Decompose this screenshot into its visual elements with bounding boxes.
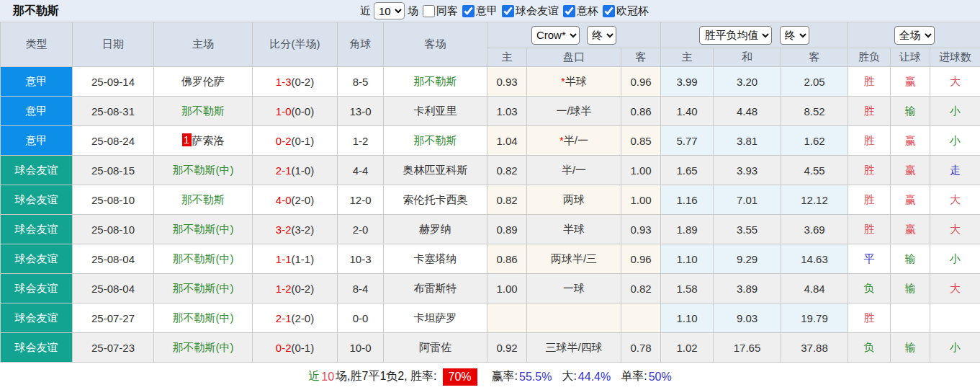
home-team-cell: 那不勒斯(中) (154, 274, 253, 303)
result-handicap-cell: 输 (891, 244, 930, 274)
near-count: 10 (321, 371, 334, 384)
same-venue-label: 同客 (436, 4, 458, 18)
home-team-name: 那不勒斯(中) (173, 341, 234, 353)
scope-select[interactable]: 全场 (894, 26, 935, 45)
result-goals-cell: 大 (930, 67, 980, 97)
checkbox-same-venue[interactable]: 同客 (423, 4, 458, 18)
away-team-name: 卡利亚里 (414, 105, 457, 117)
away-team-name: 赫罗纳 (419, 223, 451, 235)
handicap-home-odds: 0.92 (487, 333, 527, 363)
avg-lose-odds: 8.52 (781, 97, 848, 126)
big-rate-label: 大: (562, 369, 576, 384)
checkbox-champions-league[interactable]: 欧冠杯 (603, 4, 649, 18)
home-team-cell: 那不勒斯(中) (154, 333, 253, 363)
league-type-cell: 球会友谊 (1, 303, 73, 333)
recent-label: 近 (360, 4, 371, 18)
games-label: 场 (408, 4, 418, 18)
home-team-cell: 1萨索洛 (154, 126, 253, 156)
halftime-score: (0-2) (292, 76, 315, 88)
avg-lose-odds: 4.55 (781, 156, 848, 185)
serie-a-checkbox[interactable] (462, 5, 475, 17)
avg-lose-odds: 3.69 (781, 215, 848, 244)
score-cell: 0-2(0-1) (253, 126, 338, 156)
avg-lose-odds: 14.63 (781, 244, 848, 274)
handicap-away-odds: 1.00 (621, 185, 661, 215)
handicap-home-odds: 1.03 (487, 97, 527, 126)
date-cell: 25-08-31 (73, 97, 154, 126)
table-row: 球会友谊 25-08-04 那不勒斯(中) 1-1(1-1) 10-3 卡塞塔纳… (1, 244, 980, 274)
away-team-cell: 卡坦萨罗 (384, 303, 487, 333)
handicap-line-text: 一球 (563, 282, 585, 294)
avg-lose-odds: 12.12 (781, 185, 848, 215)
league-type-cell: 球会友谊 (1, 156, 73, 185)
handicap-home-odds: 0.93 (487, 67, 527, 97)
result-handicap-cell (891, 303, 930, 333)
avg-win-odds: 1.40 (661, 97, 714, 126)
avg-lose-odds: 37.88 (781, 333, 848, 363)
avg-win-odds: 5.77 (661, 126, 714, 156)
result-wdl-cell: 胜 (848, 67, 891, 97)
bookmaker-select[interactable]: Crow* (531, 26, 580, 45)
friendly-label: 球会友谊 (516, 4, 559, 18)
away-team-cell: 奥林匹亚科斯 (384, 156, 487, 185)
result-handicap-cell: 输 (891, 274, 930, 303)
home-team-cell: 那不勒斯(中) (154, 244, 253, 274)
away-team-name: 卡塞塔纳 (414, 252, 457, 265)
home-team-name: 那不勒斯(中) (173, 311, 234, 324)
handicap-stage-select[interactable]: 终 (587, 26, 616, 45)
halftime-score: (2-0) (292, 194, 315, 206)
result-wdl-cell: 负 (848, 333, 891, 363)
table-row: 意甲 25-08-31 那不勒斯 1-0(0-0) 13-0 卡利亚里 1.03… (1, 97, 980, 126)
handicap-line-text: 三球半/四球 (545, 341, 602, 353)
handicap-line-cell: 半球 (527, 215, 621, 244)
checkbox-italy-cup[interactable]: 意杯 (563, 4, 598, 18)
average-odds-select[interactable]: 胜平负均值 (699, 26, 772, 45)
corners-cell: 2-0 (338, 215, 384, 244)
result-handicap-cell: 赢 (891, 185, 930, 215)
home-team-name: 萨索洛 (192, 134, 225, 146)
champions-league-checkbox[interactable] (603, 5, 615, 17)
serie-a-label: 意甲 (476, 4, 498, 18)
avg-win-odds: 1.02 (661, 333, 714, 363)
handicap-home-odds: 0.82 (487, 185, 527, 215)
handicap-line-text: 半球 (565, 75, 587, 87)
halftime-score: (3-2) (292, 223, 315, 236)
average-group-header: 胜平负均值 终 (661, 22, 848, 48)
friendly-checkbox[interactable] (502, 5, 514, 17)
avg-draw-odds: 3.81 (714, 126, 781, 156)
fulltime-score: 1-2 (276, 283, 292, 295)
score-cell: 4-0(2-0) (253, 185, 338, 215)
handicap-away-odds (621, 303, 661, 333)
date-cell: 25-08-15 (73, 156, 154, 185)
result-goals-cell (930, 303, 980, 333)
avg-draw-odds: 4.48 (714, 97, 781, 126)
ah-rate-value: 55.5% (519, 371, 552, 384)
recent-count-select[interactable]: 10 (374, 2, 405, 19)
handicap-away-odds: 0.85 (621, 126, 661, 156)
fulltime-score: 1-1 (276, 253, 292, 265)
table-row: 球会友谊 25-07-27 那不勒斯(中) 2-1(2-0) 0-0 卡坦萨罗 … (1, 303, 980, 333)
col-header-corners: 角球 (338, 22, 384, 67)
handicap-home-odds: 1.04 (487, 126, 527, 156)
home-team-name: 那不勒斯(中) (173, 252, 234, 265)
average-stage-select[interactable]: 终 (780, 26, 809, 45)
avg-draw-odds: 3.93 (714, 156, 781, 185)
date-cell: 25-08-24 (73, 126, 154, 156)
col-header-score: 比分(半场) (253, 22, 338, 67)
handicap-home-odds: 0.89 (487, 215, 527, 244)
league-type-cell: 球会友谊 (1, 274, 73, 303)
date-cell: 25-09-14 (73, 67, 154, 97)
checkbox-serie-a[interactable]: 意甲 (462, 4, 498, 18)
result-wdl-cell: 胜 (848, 215, 891, 244)
away-team-name: 奥林匹亚科斯 (403, 164, 468, 176)
checkbox-friendly[interactable]: 球会友谊 (502, 4, 559, 18)
italy-cup-checkbox[interactable] (563, 5, 575, 17)
table-row: 球会友谊 25-08-10 那不勒斯 4-0(2-0) 12-0 索伦托卡西奥 … (1, 185, 980, 215)
result-wdl-cell: 胜 (848, 126, 891, 156)
avg-win-odds: 1.89 (661, 215, 714, 244)
fulltime-score: 4-0 (276, 194, 292, 206)
away-team-cell: 那不勒斯 (384, 67, 487, 97)
same-venue-checkbox[interactable] (423, 5, 435, 17)
subcol-avg-win: 主 (661, 48, 714, 67)
handicap-line-cell: *半球 (527, 67, 621, 97)
